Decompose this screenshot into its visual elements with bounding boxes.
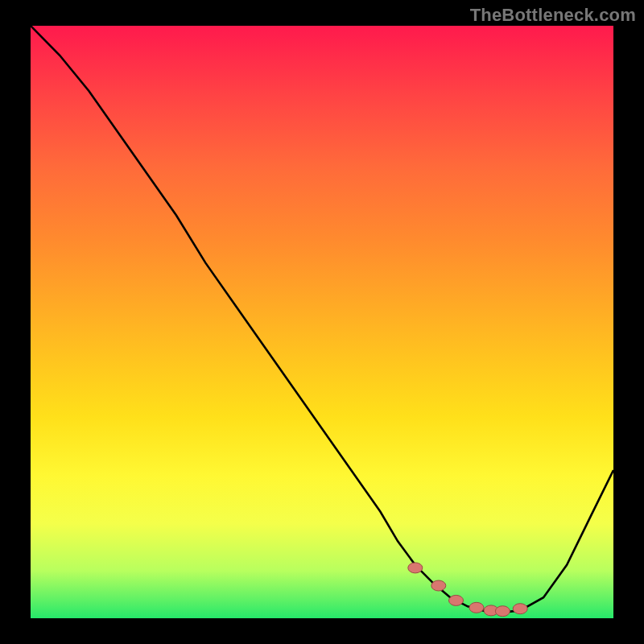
- optimal-range-markers: [408, 563, 527, 617]
- marker-point: [408, 563, 423, 573]
- marker-point: [513, 604, 527, 614]
- chart-frame: TheBottleneck.com: [0, 0, 644, 644]
- marker-point: [431, 580, 446, 591]
- bottleneck-curve: [31, 26, 613, 613]
- marker-point: [469, 602, 484, 613]
- marker-point: [449, 595, 464, 605]
- watermark-text: TheBottleneck.com: [470, 5, 636, 26]
- curve-line: [31, 26, 613, 613]
- chart-svg: [31, 26, 613, 618]
- marker-point: [495, 606, 510, 617]
- chart-plot-area: [31, 26, 613, 618]
